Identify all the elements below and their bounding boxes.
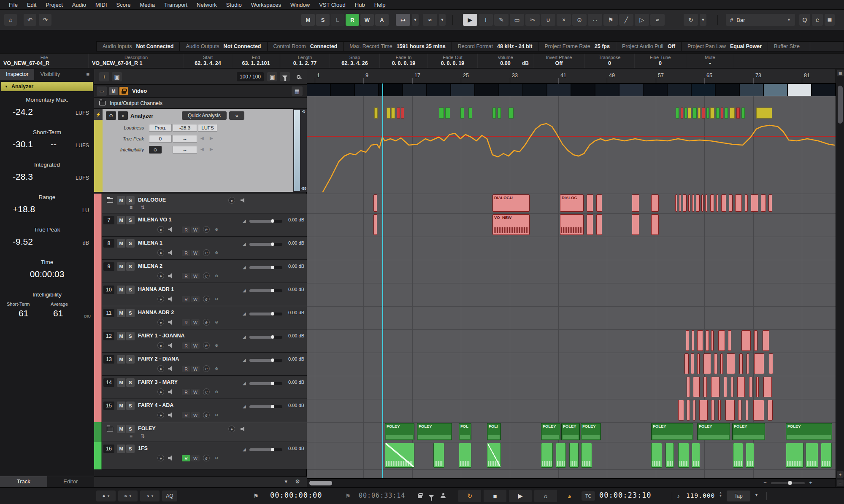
audio-clip[interactable]	[596, 194, 602, 212]
audio-clip[interactable]	[560, 214, 584, 235]
lock-icon[interactable]	[418, 493, 422, 499]
audio-clip[interactable]	[675, 194, 677, 212]
audio-clip[interactable]: VO_NEW_	[492, 214, 530, 235]
expand-icon[interactable]: ⇅	[141, 433, 145, 439]
audio-clip[interactable]: FOLEY	[581, 423, 601, 440]
track-color-strip[interactable]	[94, 306, 102, 329]
gear-icon[interactable]: ⚙	[295, 478, 300, 485]
write-button[interactable]: W	[191, 296, 200, 302]
audio-clip[interactable]	[688, 194, 690, 212]
zoom-presets-button[interactable]: ▦	[837, 70, 844, 76]
audio-clip[interactable]	[769, 353, 773, 374]
volume-slider[interactable]	[249, 266, 282, 269]
audio-clip[interactable]	[632, 214, 639, 235]
play-button[interactable]: ▶	[509, 490, 532, 502]
audio-clip[interactable]	[747, 353, 749, 374]
iterative-quantize-button[interactable]: e	[812, 14, 823, 26]
monitor-button[interactable]	[167, 342, 174, 349]
audio-clip[interactable]	[806, 443, 818, 468]
auto-scroll-dropdown[interactable]: ▼	[412, 14, 419, 26]
monitor-state-button[interactable]: ●	[157, 365, 164, 372]
write-button[interactable]: W	[191, 319, 200, 326]
audio-clip[interactable]	[686, 330, 689, 351]
menu-audio[interactable]: Audio	[68, 0, 91, 10]
solo-button[interactable]: S	[126, 445, 135, 453]
jog-button[interactable]: ◕	[561, 490, 577, 502]
playhead-time-display[interactable]: 00:00:23:10	[599, 491, 652, 499]
info-length[interactable]: Length0. 1. 2. 77	[280, 54, 330, 68]
track-color-strip[interactable]: ⚡	[94, 109, 103, 192]
tab-editor[interactable]: Editor	[47, 476, 95, 487]
audio-clip[interactable]	[710, 194, 714, 212]
arranger-marker[interactable]	[397, 108, 400, 119]
bypass-inserts-button[interactable]: ⊘	[213, 319, 220, 326]
undo-button[interactable]: ↶	[24, 14, 36, 26]
monitor-state-button[interactable]: ●	[157, 226, 164, 233]
track-milena-1[interactable]: 8MSMILENA 1◢0.00 dB●RWe⊘	[94, 237, 307, 260]
audio-clip[interactable]	[687, 377, 690, 397]
audio-clip[interactable]	[768, 400, 773, 420]
audio-clip[interactable]: FOLEY	[561, 423, 580, 440]
arrangement-area[interactable]: DIALOGUDIALOGVO_NEW_FOLEYFOLEYFOLFOLIFOL…	[307, 96, 836, 478]
tab-inspector[interactable]: Inspector	[0, 69, 34, 80]
info-start[interactable]: Start62. 3. 4. 24	[184, 54, 232, 68]
tempo-stepper[interactable]: ▲▼	[719, 491, 722, 497]
info-fade-out[interactable]: Fade-Out0. 0. 0. 19	[428, 54, 478, 68]
write-button[interactable]: W	[191, 273, 200, 279]
menu-project[interactable]: Project	[41, 0, 67, 10]
hamburger-icon[interactable]: ≡	[86, 71, 94, 78]
audio-clip[interactable]	[433, 443, 444, 468]
track-video[interactable]: ▭ M Video ▦	[94, 85, 307, 98]
draw-tool[interactable]: ✎	[494, 14, 509, 26]
audio-clip[interactable]	[693, 377, 700, 397]
zoom-slider[interactable]	[771, 482, 805, 484]
track-fairy-1-joanna[interactable]: 12MSFAIRY 1 - JOANNA◢0.00 dB●RWe⊘	[94, 329, 307, 353]
record-button[interactable]: ●	[228, 197, 235, 204]
solo-button[interactable]: S	[126, 425, 135, 433]
param-value[interactable]: 0	[149, 135, 172, 143]
audio-clip[interactable]	[596, 214, 602, 235]
quick-analysis-button[interactable]: Quick Analysis	[182, 111, 227, 120]
arranger-marker[interactable]	[439, 108, 444, 119]
mute-button[interactable]: M	[117, 216, 125, 224]
audio-clip[interactable]	[753, 400, 764, 420]
solo-button[interactable]: S	[126, 355, 135, 364]
playhead-cursor[interactable]	[382, 84, 383, 478]
read-button[interactable]: R	[182, 296, 190, 302]
right-zone-button[interactable]: ≣	[825, 14, 835, 26]
menu-help[interactable]: Help	[370, 0, 390, 10]
audio-clip[interactable]	[711, 377, 720, 397]
snap-to-zero-button[interactable]: ≈	[423, 14, 437, 26]
track-milena-2[interactable]: 9MSMILENA 2◢0.00 dB●RWe⊘	[94, 260, 307, 283]
automation-s-button[interactable]: S	[316, 14, 330, 26]
audio-clip[interactable]: FOLEY	[385, 423, 414, 440]
audio-clip[interactable]	[751, 194, 758, 212]
audio-clip[interactable]	[754, 330, 757, 351]
track-milena-vo-1[interactable]: 7MSMILENA VO 1◢0.00 dB●RWe⊘	[94, 213, 307, 237]
write-button[interactable]: W	[191, 389, 200, 395]
monitor-state-button[interactable]: ●	[157, 272, 164, 279]
arranger-marker[interactable]	[676, 108, 679, 119]
stop-button[interactable]: ■	[484, 490, 506, 502]
audio-clip[interactable]	[711, 400, 714, 420]
bypass-inserts-button[interactable]: ⊘	[213, 296, 220, 302]
menu-transport[interactable]: Transport	[160, 0, 192, 10]
audio-clip[interactable]	[721, 194, 726, 212]
audio-clip[interactable]	[786, 443, 803, 468]
audio-clip[interactable]	[703, 377, 707, 397]
arranger-marker[interactable]	[460, 108, 464, 119]
automation-m-button[interactable]: M	[301, 14, 315, 26]
audio-clip[interactable]	[587, 194, 593, 212]
automation-a-button[interactable]: A	[375, 14, 389, 26]
menu-media[interactable]: Media	[135, 0, 160, 10]
power-button[interactable]: ⊙	[106, 111, 116, 120]
audio-clip[interactable]	[683, 194, 687, 212]
audio-clip[interactable]	[632, 194, 639, 212]
arranger-marker[interactable]	[498, 108, 501, 119]
audio-clip[interactable]	[373, 214, 377, 235]
edit-channel-button[interactable]: e	[203, 412, 210, 418]
edit-channel-button[interactable]: e	[203, 365, 210, 372]
track-color-strip[interactable]	[94, 283, 102, 306]
audio-clip[interactable]	[727, 353, 735, 374]
menu-studio[interactable]: Studio	[222, 0, 246, 10]
